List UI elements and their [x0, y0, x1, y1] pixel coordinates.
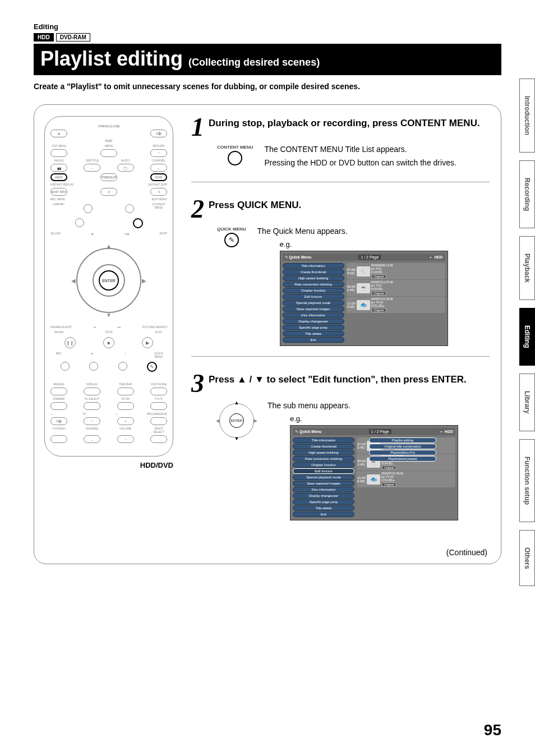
page-subtitle: (Collecting desired scenes)	[188, 57, 320, 68]
remote-slow-label: SLOW	[50, 232, 61, 236]
osd-menu-item: Title delete	[283, 331, 344, 336]
osd-title-row: 07:003:45)🐁2004/06/08 11:00pm TV:6(0:29:…	[347, 263, 445, 279]
remote-zoom-button	[117, 402, 134, 410]
remote-remain-label: REMAIN	[50, 382, 67, 386]
remote-ch-down2-button: ⌄	[84, 435, 100, 443]
osd-title: Quick Menu	[299, 430, 322, 434]
osd-menu-item: Disc information	[283, 312, 344, 318]
remote-topmenu-label: TOP MENU	[50, 144, 67, 147]
step-2: 2 Press QUICK MENU. QUICK MENU ✎ The Qui…	[191, 198, 490, 357]
step-1-button-diagram: CONTENT MENU	[217, 145, 253, 165]
osd-menu-item: Save captured images	[283, 306, 344, 312]
remote-skip-label: SKIP	[159, 232, 167, 236]
remote-return-label: RETURN	[150, 144, 167, 147]
content-menu-icon	[228, 151, 242, 165]
remote-angle-button: 📷	[50, 164, 67, 172]
remote-progressive-button	[150, 417, 167, 425]
osd-menu-item: Chapter function	[283, 288, 344, 293]
osd-page-indicator: 1 / 2 Page	[358, 255, 381, 260]
remote-frameadjust-label: FRAME/ADJUST	[50, 325, 72, 329]
remote-dpad-right-icon: ▶	[142, 278, 146, 284]
remote-ch-up-button: ⌃	[84, 417, 100, 425]
media-tags: HDD DVD-RAM	[34, 33, 501, 42]
content-frame: OPEN/CLOSE ▲I/⏻ DVD TOP MENUMENURETURN ⌃…	[34, 104, 501, 564]
remote-channel2-label: CHANNEL	[84, 427, 100, 434]
osd-title-row: 09:002:40)☕2004/07/11 07:00am TV:8(0:54:…	[347, 280, 445, 296]
tag-hdd: HDD	[34, 33, 54, 42]
step-1-line-2: Pressing the HDD or DVD button can switc…	[264, 158, 456, 167]
remote-contentmenu-button	[133, 218, 143, 228]
remote-stop-button: ■	[103, 337, 114, 348]
remote-power-button: I/⏻	[150, 130, 167, 137]
osd-menu-item: Disc information	[293, 487, 354, 492]
osd-menu-item: Create thumbnail	[283, 269, 344, 275]
remote-pinp-label: P in P	[150, 397, 167, 400]
remote-progressive-label: PROGRESSIVE	[147, 412, 167, 416]
remote-picsearch-label: PICTURE SEARCH	[142, 325, 167, 329]
remote-dpad-left-icon: ◀	[71, 278, 76, 284]
remote-play-button: ▶	[142, 337, 153, 348]
remote-pause-label: PAUSE	[50, 330, 67, 334]
remote-quickmenu-label: QUICK MENU	[150, 352, 167, 358]
remote-editmenu-label: EDIT MENU	[152, 197, 167, 201]
step-2-eg-label: e.g.	[280, 240, 490, 248]
remote-channel-label: CHANNEL	[150, 159, 167, 162]
remote-flselect-button	[84, 402, 100, 410]
step-3-number: 3	[191, 372, 204, 394]
remote-ch-down-button: ⌄	[150, 164, 167, 172]
tab-recording[interactable]: Recording	[519, 160, 535, 228]
osd-edit-submenu: Playlist editing Original title combinat…	[369, 437, 436, 462]
remote-timeslip-button: TIMESLIP	[100, 173, 117, 181]
remote-instant-skip-label: INSTANT SKIP	[148, 183, 167, 186]
remote-chpdivide-label: CHP DIVIDE	[150, 382, 167, 386]
remote-topmenu-button	[50, 149, 67, 157]
remote-dpad-up-icon: ▲	[106, 243, 112, 249]
osd-menu-item: Rate conversion dubbing	[293, 456, 354, 462]
thumbnail-icon: 🐟	[357, 300, 370, 310]
remote-audio-label: AUDIO	[117, 159, 134, 162]
remote-vol-up-button: ＋	[117, 417, 134, 425]
osd-menu-item: Title information	[283, 263, 344, 269]
remote-chpdivide-button	[150, 388, 167, 395]
remote-inputselect-button	[150, 435, 167, 443]
tab-playback[interactable]: Playback	[519, 236, 535, 300]
tab-introduction[interactable]: Introduction	[519, 79, 535, 153]
content-menu-icon-label: CONTENT MENU	[217, 145, 253, 150]
step-2-title: Press QUICK MENU.	[209, 199, 301, 211]
tab-function-setup[interactable]: Function setup	[519, 439, 535, 522]
step-1: 1 During stop, playback or recording, pr…	[191, 116, 490, 182]
tab-editing[interactable]: Editing	[519, 308, 535, 366]
remote-timebar-button	[117, 388, 134, 395]
osd-submenu-item: Original title combination	[369, 444, 436, 449]
thumbnail-icon: ☕	[357, 283, 370, 293]
remote-subtitle-label: SUBTITLE	[84, 159, 100, 162]
thumbnail-icon: 🐁	[357, 266, 370, 276]
remote-zoom-label: ZOOM	[117, 397, 134, 400]
remote-library-label: LIBRARY	[50, 202, 67, 215]
quick-menu-icon-label: QUICK MENU	[217, 227, 246, 232]
osd-drive-label: HDD	[434, 255, 442, 259]
remote-library-button	[75, 218, 84, 227]
osd-quickmenu-list: Title information Create thumbnail High …	[283, 262, 344, 343]
osd-menu-item: Exit	[283, 337, 344, 343]
dpad-right-icon: ▶	[253, 418, 257, 423]
remote-angle-label: ANGLE	[50, 159, 67, 162]
osd-title: Quick Menu	[289, 255, 312, 259]
osd-drive-label: HDD	[445, 430, 453, 434]
step-1-line-1: The CONTENT MENU Title List appears.	[264, 145, 456, 154]
step-1-title: During stop, playback or recording, pres…	[209, 117, 480, 129]
osd-menu-item: High speed dubbing	[283, 275, 344, 281]
osd-menu-item: Rate conversion dubbing	[283, 282, 344, 287]
remote-quickmenu-button: ✎	[147, 362, 157, 372]
remote-enter-button: ENTER	[99, 270, 119, 291]
remote-volume-label: VOLUME	[117, 427, 134, 434]
remote-dpad-down-icon: ▼	[106, 312, 112, 318]
tab-others[interactable]: Others	[519, 530, 535, 587]
remote-dvd-button: DVD	[150, 173, 167, 181]
remote-display-button	[84, 388, 100, 395]
page-number: 95	[484, 721, 501, 739]
remote-menu-button	[100, 149, 117, 157]
tab-library[interactable]: Library	[519, 374, 535, 431]
remote-dimmer-button	[50, 402, 67, 410]
remote-contentmenu-label: CONTENT MENU	[150, 202, 167, 215]
